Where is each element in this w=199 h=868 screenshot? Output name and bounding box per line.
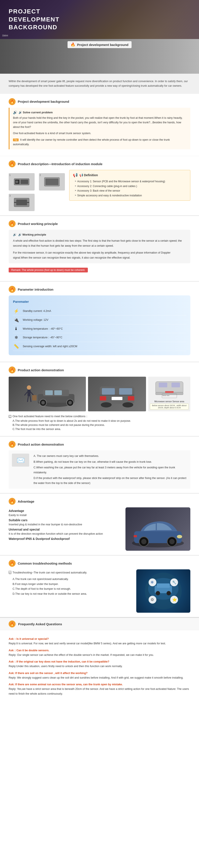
svg-rect-27 [102,388,115,395]
car-person-svg [17,380,78,408]
param-icon-1: 🔌 [13,317,19,322]
img2-label: 2 [40,174,41,177]
trouble-image: ❄ 🔧 ⚙ ⭐ [136,569,190,613]
svg-point-63 [166,591,171,595]
adv-item-6: Waterproof IP65 & Dustproof &shockproof [9,537,121,540]
advantage-text: Advantage Easily to install Suitable car… [9,507,121,541]
svg-text:⚙: ⚙ [151,597,154,602]
below-sensor-text: Below sensor about 20CM , width about 20… [152,404,187,409]
product-img-1: 1 [9,173,35,190]
section9-icon: 🔥 [9,560,15,567]
svg-rect-25 [32,395,37,401]
section9-title-row: 🔥 Common troubleshooting methods [9,560,190,567]
remark-bar: Remark: The whole process (foot up to do… [9,268,88,272]
faq-heading: Frequently Asked Questions [18,622,62,626]
svg-point-48 [177,535,182,538]
section8-wrapper: 🔥 Advantage Advantage Easily to install … [0,493,199,555]
section8-icon: 🔥 [9,498,15,505]
svg-text:Sensor area: Sensor area [162,395,169,396]
faq-item-1: Ask：Can it be double sensors. Reply: Our… [9,648,190,657]
section9-wrapper: 🔥 Common troubleshooting methods ☐ Troub… [0,555,199,617]
working-speaker-icon: 🔊 [13,233,16,236]
trouble-text: ☐ Troubleshooting--The trunk can not ope… [9,569,132,613]
definition-box: 📢 📢 Definition Accessory 1: Sensor (PCB … [69,170,190,201]
checkbox-1: A.The whole process from foot up to down… [9,420,190,423]
adv-item-4: Universal and special [9,528,121,531]
working-box: 🔊 🔊 Working principle A whole and effect… [9,230,190,263]
param-icon-4: 📏 [13,344,19,349]
module-svg-3 [13,197,30,208]
faq-icon: 🔥 [9,620,15,627]
faq-a-2: Reply:Under this situation, users firstl… [9,664,190,669]
trouble-layout: ☐ Troubleshooting--The trunk can not ope… [9,569,190,613]
svg-rect-30 [100,396,106,401]
section1-intro: Within the development of smart power ga… [9,79,190,88]
faq-a-3: Reply: We strongly suggest users clean u… [9,676,190,680]
svg-point-33 [101,402,112,407]
trouble-item-0: Troubleshooting--The trunk can not open/… [12,570,87,575]
product-img-1-wrapper: 1 [9,173,35,190]
param-label-0: Standby current: 4.2mA [23,309,51,312]
def-heading: 📢 Definition [79,174,98,177]
checkbox-3: C.The foot must be into the sensor area. [9,428,190,431]
svg-rect-31 [128,396,134,401]
product-images-area: 1 2 [9,170,65,211]
def-title-row: 📢 📢 Definition [73,173,187,178]
section6-wrapper: 🔥 Product action demonstration [0,362,199,436]
section4: 🔥 Product working principle 🔊 🔊 Working … [0,215,199,281]
adv-item-0: Advantage [9,509,121,513]
section3-heading: Product description—Introduction of indu… [18,162,103,166]
section7: 🔥 Product action demonstration ✉️ A. The… [0,436,199,493]
svg-rect-5 [45,179,58,185]
def-item-0: Accessory 1: Sensor (PCB and the Microwa… [75,179,187,184]
def-item-1: Accessory 2: Connecting cable (plug-in a… [75,184,187,189]
checkbox-text-0: One foot activated feature need to meet … [12,414,88,418]
faq-q-3: Ask: If there are soil on the sensor , w… [9,671,190,676]
section7-title-row: 🔥 Product action demonstration [9,441,190,448]
section8: 🔥 Advantage Advantage Easily to install … [0,494,199,555]
remark-bar-wrapper: Remark: The whole process (foot up to do… [9,266,190,275]
trouble-item-2: B.Foot stays longer under the bumper. [9,582,132,587]
solve-text2: One foot-activated feature is a kind of … [13,131,187,136]
trouble-tools-svg: ❄ 🔧 ⚙ ⭐ [140,571,187,611]
checkbox-text-2: B.The whole process must be coherent and… [12,424,105,427]
section8-heading: Advantage [18,500,34,503]
param-icon-3: ❄ [13,335,19,340]
param-label-2: Working temperature : -40°~60°C [23,327,63,330]
working-title-row: 🔊 🔊 Working principle [13,233,186,236]
svg-line-21 [25,392,28,395]
section6-title-row: 🔥 Product action demonstration [9,367,190,373]
svg-rect-37 [171,383,180,388]
hero-section: PROJECT DEVELOPMENT BACKGROUND SMA4 [0,0,199,39]
solve-box: 🔊 🔊 Solve current problem Both of your h… [9,108,190,150]
solve-label: 🔊 Solve current problem [18,111,53,114]
svg-point-19 [27,385,31,390]
svg-rect-32 [112,397,122,400]
faq-q-2: Ask：If the original car key does not hav… [9,659,190,664]
param-label-4: Sensing coverage width: left and right ≥… [23,345,77,348]
img1-label: 1 [9,174,11,177]
product-desc-layout: 1 2 [9,170,190,211]
module-svg-1 [13,177,30,187]
sensor-diagram: Sensor area Microwave sensor Sensor area… [148,377,190,411]
svg-rect-36 [159,383,167,388]
section5-title-row: 🔥 Parameter introduction [9,286,190,293]
action-checklist: ☐ One foot activated feature need to mee… [9,414,190,431]
action-images-row: Sensor area Microwave sensor Sensor area… [9,377,190,411]
trouble-item-3: C.The depth of foot to the bumper is not… [9,586,132,591]
section3-icon: 🔥 [9,160,15,167]
svg-rect-14 [54,390,62,395]
solve-title: 🔊 🔊 Solve current problem [13,110,187,115]
note-1: B.When parking, do not leave the car key… [34,460,187,464]
section10-wrapper: 🔥 Frequently Asked Questions Ask：Is it u… [0,617,199,703]
svg-line-23 [28,396,28,402]
section3-title-row: 🔥 Product description—Introduction of in… [9,160,190,167]
def-list: Accessory 1: Sensor (PCB and the Microwa… [73,179,187,198]
section8-title-row: 🔥 Advantage [9,498,190,505]
faq-q-4: Ask: If there are some animal run across… [9,682,190,687]
speaker-icon: 🔊 [13,110,17,115]
below-sensor-label: Below sensor about 20CM , width about 20… [150,404,189,410]
trouble-item-1: A.The trunk can not open/closed automati… [9,577,132,582]
param-row-0: ⚡ Standby current: 4.2mA [13,307,186,315]
sensor-label-text: Microwave sensor Sensor area [154,400,184,403]
